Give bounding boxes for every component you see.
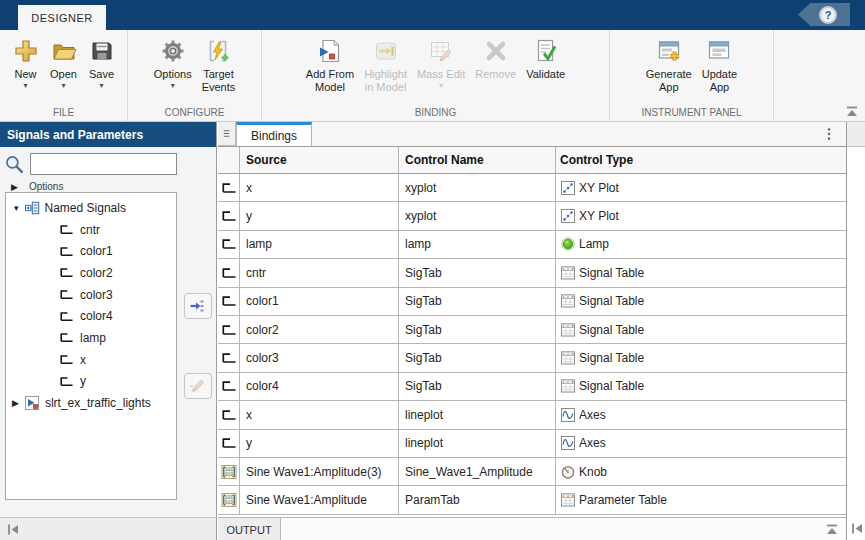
edit-binding-button[interactable] <box>184 373 212 399</box>
target-events-button[interactable]: Target Events <box>197 37 241 94</box>
signal-icon <box>221 208 237 224</box>
gear-icon <box>159 37 187 65</box>
signal-table-icon <box>560 293 576 309</box>
title-bar: DESIGNER ? <box>0 0 865 30</box>
table-row[interactable]: color4 SigTab Signal Table <box>218 373 846 401</box>
table-row[interactable]: color3 SigTab Signal Table <box>218 344 846 372</box>
open-dropdown-arrow-icon[interactable]: ▾ <box>61 82 65 90</box>
axes-icon <box>560 435 576 451</box>
table-row[interactable]: x lineplot Axes <box>218 401 846 429</box>
table-row[interactable]: Sine Wave1:Amplitude(3) Sine_Wave1_Ampli… <box>218 458 846 486</box>
open-button[interactable]: Open ▾ <box>45 37 83 90</box>
generate-app-label-2: App <box>659 81 679 94</box>
bindings-table: Source Control Name Control Type x xyplo… <box>218 146 846 515</box>
table-row[interactable]: y lineplot Axes <box>218 430 846 458</box>
table-row[interactable]: cntr SigTab Signal Table <box>218 259 846 287</box>
options-label: Options <box>154 68 192 81</box>
signal-icon <box>221 293 237 309</box>
validate-button[interactable]: Validate <box>521 37 570 81</box>
control-type-cell: XY Plot <box>579 181 619 195</box>
header-control-name: Control Name <box>399 147 556 173</box>
designer-tab-label: DESIGNER <box>31 12 92 24</box>
source-cell: lamp <box>240 231 399 258</box>
collapse-ribbon-icon[interactable] <box>844 105 860 118</box>
signal-icon <box>221 350 237 366</box>
output-tab-label: OUTPUT <box>226 524 271 536</box>
expand-caret-icon[interactable]: ▾ <box>14 203 19 213</box>
source-cell: y <box>240 202 399 229</box>
group-label-binding: BINDING <box>262 107 609 118</box>
signal-table-icon <box>560 378 576 394</box>
tree-item-color4[interactable]: color4 <box>6 305 176 327</box>
signal-label: cntr <box>80 223 100 237</box>
table-row[interactable]: lamp lamp Lamp <box>218 231 846 259</box>
generate-app-button[interactable]: Generate App <box>641 37 697 94</box>
highlight-in-model-button[interactable]: Highlight in Model <box>359 37 412 94</box>
tab-designer[interactable]: DESIGNER <box>18 5 106 30</box>
options-dropdown-arrow-icon[interactable]: ▾ <box>171 82 175 90</box>
update-app-label-1: Update <box>702 68 737 81</box>
update-app-button[interactable]: Update App <box>697 37 742 94</box>
add-from-model-button[interactable]: Add From Model <box>301 37 359 94</box>
tree-item-cntr[interactable]: cntr <box>6 219 176 241</box>
tree-item-color2[interactable]: color2 <box>6 262 176 284</box>
signal-label: color2 <box>80 266 113 280</box>
signal-icon <box>221 236 237 252</box>
collapse-caret-icon[interactable]: ▶ <box>12 398 19 408</box>
tree-item-model[interactable]: ▶ slrt_ex_traffic_lights <box>6 392 176 414</box>
header-icon-cell <box>218 147 240 173</box>
new-button[interactable]: New ▾ <box>7 37 45 90</box>
remove-button[interactable]: Remove <box>470 37 521 81</box>
table-row[interactable]: Sine Wave1:Amplitude ParamTab Parameter … <box>218 486 846 514</box>
control-name-cell: ParamTab <box>399 486 556 513</box>
help-button[interactable]: ? <box>798 3 850 26</box>
signal-table-icon <box>560 265 576 281</box>
source-cell: cntr <box>240 259 399 286</box>
table-row[interactable]: color1 SigTab Signal Table <box>218 288 846 316</box>
tree-item-x[interactable]: x <box>6 349 176 371</box>
xy-plot-icon <box>560 208 576 224</box>
mass-edit-button[interactable]: Mass Edit ▾ <box>412 37 470 90</box>
tab-bindings[interactable]: Bindings <box>236 122 312 146</box>
options-expander[interactable]: ▶ Options <box>11 181 63 192</box>
add-binding-button[interactable] <box>184 293 212 319</box>
save-dropdown-arrow-icon[interactable]: ▾ <box>99 82 103 90</box>
table-row[interactable]: x xyplot XY Plot <box>218 174 846 202</box>
options-caret-icon[interactable]: ▶ <box>11 182 18 192</box>
source-cell: x <box>240 174 399 201</box>
tab-output[interactable]: OUTPUT <box>218 518 281 540</box>
collapse-output-icon[interactable] <box>824 523 840 536</box>
control-name-cell: SigTab <box>399 373 556 400</box>
panel-menu-button[interactable] <box>218 122 236 146</box>
mass-edit-dropdown-arrow-icon[interactable]: ▾ <box>439 82 443 90</box>
add-from-model-label-1: Add From <box>306 68 354 81</box>
signal-table-icon <box>560 322 576 338</box>
tree-item-color3[interactable]: color3 <box>6 284 176 306</box>
tree-item-y[interactable]: y <box>6 371 176 393</box>
control-name-cell: SigTab <box>399 259 556 286</box>
search-input[interactable] <box>30 153 177 175</box>
source-cell: y <box>240 430 399 457</box>
tree-item-lamp[interactable]: lamp <box>6 327 176 349</box>
save-button[interactable]: Save ▾ <box>83 37 121 90</box>
table-row[interactable]: color2 SigTab Signal Table <box>218 316 846 344</box>
axes-icon <box>560 407 576 423</box>
new-label: New <box>14 68 36 81</box>
control-name-cell: Sine_Wave1_Amplitude <box>399 458 556 485</box>
control-name-cell: lineplot <box>399 401 556 428</box>
new-dropdown-arrow-icon[interactable]: ▾ <box>23 82 27 90</box>
table-row[interactable]: y xyplot XY Plot <box>218 202 846 230</box>
source-cell: color2 <box>240 316 399 343</box>
signal-icon <box>221 322 237 338</box>
tree-item-color1[interactable]: color1 <box>6 240 176 262</box>
open-label: Open <box>50 68 77 81</box>
dock-panel-left-icon[interactable] <box>6 523 20 536</box>
tree-item-named-signals[interactable]: ▾ Named Signals <box>6 197 176 219</box>
control-type-cell: Signal Table <box>579 294 644 308</box>
tab-options-icon[interactable] <box>822 127 836 141</box>
mass-edit-icon <box>427 37 455 65</box>
source-cell: color1 <box>240 288 399 315</box>
options-button[interactable]: Options ▾ <box>149 37 197 90</box>
header-source: Source <box>240 147 399 173</box>
dock-panel-right-icon[interactable] <box>850 522 864 535</box>
